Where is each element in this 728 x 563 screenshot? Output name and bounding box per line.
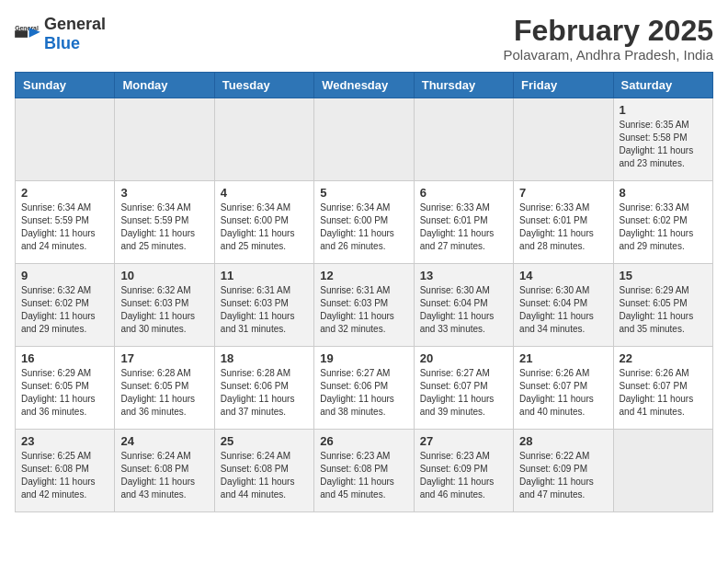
calendar-day-7: 7Sunrise: 6:33 AM Sunset: 6:01 PM Daylig… (514, 181, 613, 264)
day-number: 2 (21, 186, 108, 200)
logo-blue: Blue (44, 34, 80, 52)
day-info: Sunrise: 6:32 AM Sunset: 6:03 PM Dayligh… (120, 284, 208, 336)
day-number: 8 (620, 186, 707, 200)
day-number: 16 (21, 351, 108, 365)
day-info: Sunrise: 6:28 AM Sunset: 6:05 PM Dayligh… (120, 367, 208, 419)
calendar-day-18: 18Sunrise: 6:28 AM Sunset: 6:06 PM Dayli… (214, 347, 313, 430)
svg-rect-0 (15, 30, 28, 38)
day-info: Sunrise: 6:34 AM Sunset: 5:59 PM Dayligh… (21, 201, 108, 253)
calendar-day-6: 6Sunrise: 6:33 AM Sunset: 6:01 PM Daylig… (414, 181, 513, 264)
calendar-day-9: 9Sunrise: 6:32 AM Sunset: 6:02 PM Daylig… (16, 264, 115, 347)
calendar-day-empty (314, 98, 414, 181)
weekday-header-sunday: Sunday (16, 73, 115, 98)
day-number: 13 (420, 269, 507, 282)
calendar-day-20: 20Sunrise: 6:27 AM Sunset: 6:07 PM Dayli… (414, 347, 513, 430)
weekday-header-friday: Friday (514, 73, 613, 98)
calendar-day-17: 17Sunrise: 6:28 AM Sunset: 6:05 PM Dayli… (115, 347, 214, 430)
day-number: 10 (120, 269, 208, 282)
calendar-day-16: 16Sunrise: 6:29 AM Sunset: 6:05 PM Dayli… (16, 347, 115, 430)
calendar-week-row: 23Sunrise: 6:25 AM Sunset: 6:08 PM Dayli… (16, 430, 713, 512)
calendar-day-empty (16, 98, 115, 181)
day-info: Sunrise: 6:26 AM Sunset: 6:07 PM Dayligh… (519, 367, 607, 419)
weekday-header-thursday: Thursday (414, 73, 513, 98)
calendar-day-3: 3Sunrise: 6:34 AM Sunset: 5:59 PM Daylig… (115, 181, 214, 264)
calendar-day-empty (214, 98, 313, 181)
calendar-title: February 2025 (504, 15, 713, 47)
calendar-day-11: 11Sunrise: 6:31 AM Sunset: 6:03 PM Dayli… (214, 264, 313, 347)
day-number: 20 (420, 351, 507, 365)
title-section: February 2025 Polavaram, Andhra Pradesh,… (504, 15, 713, 63)
calendar-day-22: 22Sunrise: 6:26 AM Sunset: 6:07 PM Dayli… (613, 347, 712, 430)
day-info: Sunrise: 6:24 AM Sunset: 6:08 PM Dayligh… (120, 450, 208, 501)
day-info: Sunrise: 6:28 AM Sunset: 6:06 PM Dayligh… (221, 367, 308, 419)
calendar-week-row: 2Sunrise: 6:34 AM Sunset: 5:59 PM Daylig… (16, 181, 713, 264)
calendar-day-1: 1Sunrise: 6:35 AM Sunset: 5:58 PM Daylig… (613, 98, 712, 181)
calendar-week-row: 9Sunrise: 6:32 AM Sunset: 6:02 PM Daylig… (16, 264, 713, 347)
weekday-header-wednesday: Wednesday (314, 73, 414, 98)
day-number: 6 (420, 186, 507, 200)
calendar-table: SundayMondayTuesdayWednesdayThursdayFrid… (15, 72, 713, 512)
calendar-day-empty (414, 98, 513, 181)
page-header: General General Blue February 2025 Polav… (15, 15, 713, 63)
day-number: 24 (120, 434, 208, 448)
day-number: 5 (320, 186, 407, 200)
calendar-day-27: 27Sunrise: 6:23 AM Sunset: 6:09 PM Dayli… (414, 430, 513, 512)
calendar-day-28: 28Sunrise: 6:22 AM Sunset: 6:09 PM Dayli… (514, 430, 613, 512)
calendar-day-15: 15Sunrise: 6:29 AM Sunset: 6:05 PM Dayli… (613, 264, 712, 347)
calendar-day-23: 23Sunrise: 6:25 AM Sunset: 6:08 PM Dayli… (16, 430, 115, 512)
calendar-day-5: 5Sunrise: 6:34 AM Sunset: 6:00 PM Daylig… (314, 181, 414, 264)
calendar-day-8: 8Sunrise: 6:33 AM Sunset: 6:02 PM Daylig… (613, 181, 712, 264)
calendar-day-empty (514, 98, 613, 181)
calendar-day-25: 25Sunrise: 6:24 AM Sunset: 6:08 PM Dayli… (214, 430, 313, 512)
day-number: 12 (320, 269, 407, 282)
day-number: 14 (519, 269, 607, 282)
day-number: 27 (420, 434, 507, 448)
calendar-day-13: 13Sunrise: 6:30 AM Sunset: 6:04 PM Dayli… (414, 264, 513, 347)
calendar-day-24: 24Sunrise: 6:24 AM Sunset: 6:08 PM Dayli… (115, 430, 214, 512)
day-info: Sunrise: 6:34 AM Sunset: 6:00 PM Dayligh… (221, 201, 308, 253)
day-number: 28 (519, 434, 607, 448)
day-number: 25 (221, 434, 308, 448)
day-info: Sunrise: 6:27 AM Sunset: 6:07 PM Dayligh… (420, 367, 507, 419)
day-info: Sunrise: 6:31 AM Sunset: 6:03 PM Dayligh… (320, 284, 407, 336)
day-number: 26 (320, 434, 407, 448)
day-info: Sunrise: 6:33 AM Sunset: 6:02 PM Dayligh… (620, 201, 707, 253)
weekday-header-tuesday: Tuesday (214, 73, 313, 98)
calendar-week-row: 16Sunrise: 6:29 AM Sunset: 6:05 PM Dayli… (16, 347, 713, 430)
calendar-day-empty (115, 98, 214, 181)
day-number: 9 (21, 269, 108, 282)
calendar-day-10: 10Sunrise: 6:32 AM Sunset: 6:03 PM Dayli… (115, 264, 214, 347)
weekday-header-row: SundayMondayTuesdayWednesdayThursdayFrid… (16, 73, 713, 98)
logo-icon: General (15, 25, 40, 43)
day-number: 1 (620, 103, 707, 117)
weekday-header-saturday: Saturday (613, 73, 712, 98)
calendar-day-2: 2Sunrise: 6:34 AM Sunset: 5:59 PM Daylig… (16, 181, 115, 264)
day-info: Sunrise: 6:23 AM Sunset: 6:09 PM Dayligh… (420, 450, 507, 501)
day-number: 21 (519, 351, 607, 365)
day-info: Sunrise: 6:26 AM Sunset: 6:07 PM Dayligh… (620, 367, 707, 419)
day-number: 17 (120, 351, 208, 365)
calendar-day-12: 12Sunrise: 6:31 AM Sunset: 6:03 PM Dayli… (314, 264, 414, 347)
day-info: Sunrise: 6:25 AM Sunset: 6:08 PM Dayligh… (21, 450, 108, 501)
day-info: Sunrise: 6:33 AM Sunset: 6:01 PM Dayligh… (519, 201, 607, 253)
day-info: Sunrise: 6:34 AM Sunset: 5:59 PM Dayligh… (120, 201, 208, 253)
calendar-day-empty (613, 430, 712, 512)
day-info: Sunrise: 6:24 AM Sunset: 6:08 PM Dayligh… (221, 450, 308, 501)
day-number: 7 (519, 186, 607, 200)
calendar-day-19: 19Sunrise: 6:27 AM Sunset: 6:06 PM Dayli… (314, 347, 414, 430)
day-info: Sunrise: 6:33 AM Sunset: 6:01 PM Dayligh… (420, 201, 507, 253)
day-number: 15 (620, 269, 707, 282)
day-info: Sunrise: 6:23 AM Sunset: 6:08 PM Dayligh… (320, 450, 407, 501)
day-number: 3 (120, 186, 208, 200)
logo-general: General (44, 15, 106, 33)
day-number: 11 (221, 269, 308, 282)
calendar-week-row: 1Sunrise: 6:35 AM Sunset: 5:58 PM Daylig… (16, 98, 713, 181)
weekday-header-monday: Monday (115, 73, 214, 98)
day-info: Sunrise: 6:31 AM Sunset: 6:03 PM Dayligh… (221, 284, 308, 336)
day-info: Sunrise: 6:30 AM Sunset: 6:04 PM Dayligh… (420, 284, 507, 336)
logo: General General Blue (15, 15, 106, 53)
day-info: Sunrise: 6:32 AM Sunset: 6:02 PM Dayligh… (21, 284, 108, 336)
day-number: 19 (320, 351, 407, 365)
day-info: Sunrise: 6:27 AM Sunset: 6:06 PM Dayligh… (320, 367, 407, 419)
calendar-subtitle: Polavaram, Andhra Pradesh, India (504, 47, 713, 63)
